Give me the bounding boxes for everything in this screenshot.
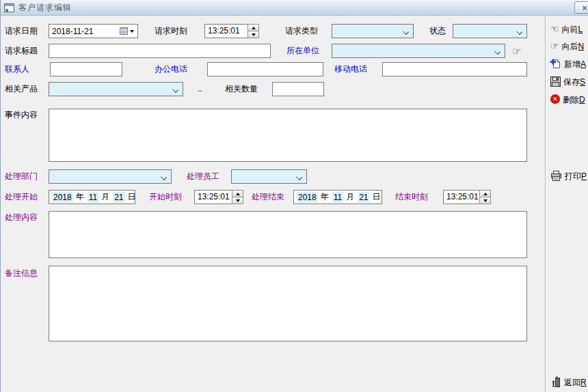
chevron-down-icon (161, 174, 167, 180)
year-segment[interactable]: 2018 (297, 192, 318, 203)
hand-right-icon: ☞ (550, 41, 559, 51)
process-end-label: 处理结束 (252, 190, 284, 204)
month-segment[interactable]: 11 (332, 192, 343, 203)
month-unit: 月 (346, 191, 354, 203)
day-segment[interactable]: 21 (113, 192, 124, 203)
process-start-label: 处理开始 (5, 190, 38, 204)
next-button-label: 向后 (562, 42, 578, 51)
month-unit: 月 (101, 191, 109, 203)
customer-request-edit-window: 客户请求编辑 × 请求日期 2018-11-21 请求时刻 13:25:01 请… (0, 0, 588, 392)
end-time-value: 13:25:01 (443, 190, 479, 204)
delete-shortcut: D (579, 95, 585, 104)
year-unit: 年 (321, 191, 329, 203)
remark-label: 备注信息 (5, 266, 38, 281)
process-content-memo[interactable] (49, 211, 527, 258)
triangle-down-icon (252, 33, 256, 36)
office-phone-label: 办公电话 (155, 62, 187, 76)
return-button[interactable]: 返回R (550, 376, 588, 388)
save-icon (550, 76, 561, 87)
chevron-down-icon (130, 30, 134, 33)
delete-button-label: 删除 (563, 95, 579, 104)
spin-up-button[interactable] (232, 190, 243, 197)
save-shortcut: S (580, 77, 585, 87)
calendar-icon (120, 27, 128, 35)
quantity-label: 相关数量 (225, 82, 258, 96)
mobile-phone-label: 移动电话 (334, 62, 367, 76)
process-end-date-field[interactable]: 2018 年 11 月 21 日 (293, 190, 382, 204)
request-title-input[interactable] (49, 44, 271, 58)
calendar-dropdown-button[interactable] (116, 27, 137, 35)
delete-button[interactable]: ✕ 删除D (550, 93, 588, 105)
day-segment[interactable]: 21 (358, 192, 369, 203)
request-date-value: 2018-11-21 (49, 27, 116, 36)
prev-button-label: 向前 (562, 25, 578, 34)
year-segment[interactable]: 2018 (52, 192, 73, 203)
product-combobox[interactable] (49, 82, 183, 96)
new-doc-icon (550, 58, 561, 69)
triangle-up-icon (252, 27, 256, 29)
prev-shortcut: L (578, 25, 583, 34)
request-time-spinner[interactable]: 13:25:01 (204, 24, 259, 38)
status-label: 状态 (429, 24, 446, 38)
quantity-input[interactable] (272, 82, 324, 96)
titlebar: 客户请求编辑 × (1, 0, 588, 16)
spin-up-button[interactable] (479, 190, 491, 197)
remark-memo[interactable] (49, 266, 527, 341)
mobile-phone-input[interactable] (382, 62, 527, 76)
staff-combobox[interactable] (231, 169, 307, 184)
contact-label: 联系人 (5, 62, 29, 76)
dept-combobox[interactable] (49, 169, 172, 184)
return-shortcut: R (580, 378, 587, 387)
day-unit: 日 (128, 191, 136, 203)
unit-label: 所在单位 (286, 44, 319, 58)
vertical-separator-highlight (546, 16, 546, 392)
delete-icon: ✕ (550, 94, 560, 104)
add-button[interactable]: 新增A (550, 57, 588, 70)
start-time-spinner[interactable]: 13:25:01 (194, 190, 243, 204)
unit-lookup-hand-icon[interactable]: ☞ (512, 45, 521, 57)
print-icon (550, 171, 562, 181)
request-type-label: 请求类型 (285, 24, 318, 38)
prev-button[interactable]: ☜ 向前L (550, 23, 588, 35)
chevron-down-icon (403, 29, 409, 34)
spin-down-button[interactable] (248, 31, 259, 38)
request-type-combobox[interactable] (332, 24, 414, 38)
unit-combobox[interactable] (332, 44, 505, 58)
hand-left-icon: ☜ (550, 24, 559, 33)
request-date-field[interactable]: 2018-11-21 (49, 24, 138, 38)
chevron-down-icon (297, 174, 302, 180)
close-button[interactable]: × (574, 1, 588, 14)
start-time-label: 开始时刻 (149, 190, 182, 204)
end-time-label: 结束时刻 (395, 190, 428, 204)
triangle-down-icon (236, 199, 240, 202)
event-content-label: 事件内容 (5, 108, 38, 122)
process-content-label: 处理内容 (5, 210, 38, 225)
spin-down-button[interactable] (232, 197, 243, 204)
start-time-value: 13:25:01 (194, 190, 232, 204)
add-shortcut: A (580, 59, 586, 69)
window-icon (4, 3, 14, 12)
next-button[interactable]: ☞ 向后N (550, 40, 588, 52)
request-time-value: 13:25:01 (204, 24, 248, 38)
end-time-spinner[interactable]: 13:25:01 (443, 190, 491, 204)
save-button-label: 保存 (563, 77, 580, 87)
day-unit: 日 (373, 191, 381, 203)
request-date-label: 请求日期 (5, 24, 38, 38)
next-shortcut: N (578, 42, 585, 51)
triangle-up-icon (236, 193, 240, 195)
save-button[interactable]: 保存S (550, 75, 588, 87)
dept-label: 处理部门 (5, 169, 38, 184)
month-segment[interactable]: 11 (88, 192, 98, 203)
chevron-down-icon (173, 87, 178, 92)
process-start-date-field[interactable]: 2018 年 11 月 21 日 (49, 190, 135, 204)
product-label: 相关产品 (5, 82, 38, 96)
year-unit: 年 (76, 191, 84, 203)
contact-input[interactable] (50, 62, 122, 76)
print-shortcut: P (581, 171, 587, 181)
status-combobox[interactable] (453, 24, 527, 38)
office-phone-input[interactable] (207, 62, 323, 76)
spin-down-button[interactable] (479, 197, 491, 204)
print-button[interactable]: 打印P (550, 169, 588, 182)
event-content-memo[interactable] (49, 109, 527, 162)
spin-up-button[interactable] (248, 24, 259, 31)
